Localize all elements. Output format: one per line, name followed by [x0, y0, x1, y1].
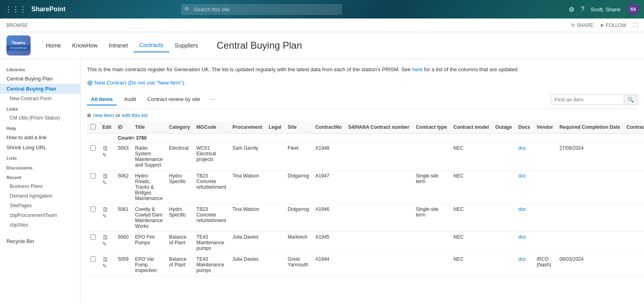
row-s4hana — [345, 204, 413, 231]
sidebar-item-cm-utils[interactable]: CM Utils (Prism Status) — [0, 113, 80, 123]
row-id: 5060 — [115, 231, 132, 254]
th-contract-start[interactable]: Contract Start — [623, 122, 644, 134]
th-contract-type[interactable]: Contract type — [413, 122, 450, 134]
sidebar-item-recycle-bin[interactable]: Recycle Bin — [0, 236, 80, 246]
top-search-icon: 🔍 — [184, 6, 191, 12]
edit-list-link[interactable]: edit this list — [122, 112, 148, 118]
new-item-link[interactable]: new item — [93, 112, 114, 118]
th-category[interactable]: Category — [166, 122, 193, 134]
focus-action[interactable]: ⛶ — [633, 23, 638, 28]
list-search-button[interactable]: 🔍 — [624, 95, 637, 104]
help-icon[interactable]: ? — [581, 6, 584, 13]
row-legal — [266, 170, 285, 204]
sidebar-item-demand-agregation[interactable]: Demand Agregation — [0, 191, 80, 201]
row-procurement: Julia Davies — [229, 231, 265, 254]
doc-link[interactable]: doc — [518, 234, 526, 240]
th-s4hana[interactable]: S4/HANA Contract number — [345, 122, 413, 134]
share-action[interactable]: ↻ SHARE — [571, 23, 593, 28]
row-vendor — [533, 231, 556, 254]
sidebar-item-central-buying-plan-1[interactable]: Central Buying Plan — [0, 74, 80, 84]
doc-link[interactable]: doc — [518, 256, 526, 262]
nav-intranet[interactable]: Intranet — [103, 39, 133, 52]
row-category: Hydro Specific — [166, 204, 193, 231]
row-contractno: A1947 — [312, 170, 345, 204]
th-required-completion[interactable]: Required Completion Date — [556, 122, 623, 134]
sidebar-item-how-to-add-link[interactable]: How to add a link — [0, 132, 80, 142]
row-docs: doc — [515, 254, 533, 276]
teams-logo-top: Teams — [12, 40, 25, 45]
sidebar-item-business-plans[interactable]: Business Plans — [0, 181, 80, 191]
row-contractno: A1944 — [312, 254, 345, 276]
doc-link[interactable]: doc — [518, 145, 526, 151]
nav-contracts[interactable]: Contracts — [134, 39, 169, 52]
or-text: or — [116, 112, 120, 118]
th-id[interactable]: ID — [115, 122, 132, 134]
note-icon: 🖺 — [102, 206, 108, 213]
nav-suppliers[interactable]: Suppliers — [169, 39, 204, 52]
row-checkbox[interactable] — [90, 145, 96, 151]
row-id: 5063 — [115, 142, 132, 170]
th-contractno[interactable]: ContractNo — [312, 122, 345, 134]
user-name[interactable]: Scott, Shane — [591, 6, 621, 12]
row-note-icon: 🖺 ✎ — [99, 170, 115, 204]
row-checkbox[interactable] — [90, 234, 96, 240]
nav-home[interactable]: Home — [40, 39, 66, 52]
table-row: 🖺 ✎ 5063 Radio System Maintenance and Su… — [87, 142, 644, 170]
row-s4hana — [345, 142, 413, 170]
row-legal — [266, 142, 285, 170]
th-outage[interactable]: Outage — [492, 122, 515, 134]
select-all-checkbox[interactable] — [90, 124, 96, 130]
browse-label: BROWSE — [6, 23, 28, 28]
row-required-completion: 27/09/2024 — [556, 142, 623, 170]
th-mgcode[interactable]: MGCode — [193, 122, 229, 134]
edit-action-icon[interactable]: ✎ — [102, 179, 107, 186]
page-title: Central Buying Plan — [217, 40, 302, 51]
row-procurement: Sam Garrity — [229, 142, 265, 170]
info-link[interactable]: here — [412, 66, 423, 72]
th-procurement[interactable]: Procurement — [229, 122, 265, 134]
row-contract-type — [413, 254, 450, 276]
row-contract-model: NEC — [450, 170, 492, 204]
row-site: Great Yarmouth — [285, 254, 312, 276]
th-site[interactable]: Site — [285, 122, 312, 134]
nav-knowhow[interactable]: KnowHow — [66, 39, 103, 52]
follow-action[interactable]: ★ FOLLOW — [600, 23, 626, 28]
row-s4hana — [345, 231, 413, 254]
edit-action-icon[interactable]: ✎ — [102, 241, 107, 247]
sidebar-item-cbpsites[interactable]: cbpSites — [0, 220, 80, 230]
th-vendor[interactable]: Vendor — [533, 122, 556, 134]
top-bar: ⋮⋮⋮ SharePoint 🔍 ⚙ ? Scott, Shane SS — [0, 0, 644, 19]
row-checkbox[interactable] — [90, 173, 96, 179]
sidebar-item-shrink-url[interactable]: Shrink Long URL — [0, 142, 80, 153]
edit-action-icon[interactable]: ✎ — [102, 263, 107, 269]
top-search-input[interactable] — [181, 4, 342, 15]
th-docs[interactable]: Docs — [515, 122, 533, 134]
tab-contract-review[interactable]: Contract review by site — [143, 94, 204, 105]
sidebar-item-central-buying-plan-2[interactable]: Central Buying Plan — [0, 84, 80, 94]
row-contract-start — [623, 231, 644, 254]
th-legal[interactable]: Legal — [266, 122, 285, 134]
browse-bar: BROWSE ↻ SHARE ★ FOLLOW ⛶ — [0, 19, 644, 32]
waffle-icon[interactable]: ⋮⋮⋮ — [5, 5, 27, 14]
th-contract-model[interactable]: Contract model — [450, 122, 492, 134]
new-contract-button[interactable]: ⊕ New Contract (Do not use "New Item"). — [87, 78, 186, 87]
row-mgcode: TB23 Concrete refurbishment — [193, 170, 229, 204]
row-checkbox[interactable] — [90, 206, 96, 212]
user-avatar[interactable]: SS — [627, 3, 639, 15]
doc-link[interactable]: doc — [518, 173, 526, 179]
sidebar-item-new-contract-form[interactable]: New Contract Form — [0, 94, 80, 103]
tab-all-items[interactable]: All Items — [87, 94, 117, 105]
row-contract-model: NEC — [450, 231, 492, 254]
tab-audit[interactable]: Audit — [120, 94, 140, 105]
doc-link[interactable]: doc — [518, 206, 526, 212]
th-title[interactable]: Title — [132, 122, 166, 134]
row-required-completion: 08/03/2024 — [556, 254, 623, 276]
row-checkbox[interactable] — [90, 256, 96, 262]
edit-action-icon[interactable]: ✎ — [102, 152, 107, 158]
sidebar-item-sitepages[interactable]: SitePages — [0, 201, 80, 210]
settings-icon[interactable]: ⚙ — [569, 6, 574, 13]
find-item-input[interactable] — [551, 95, 624, 104]
sidebar-item-cbp-procurement[interactable]: cbpProcurementTeam — [0, 210, 80, 220]
edit-action-icon[interactable]: ✎ — [102, 213, 107, 219]
more-tabs-button[interactable]: ⋯ — [207, 95, 218, 104]
